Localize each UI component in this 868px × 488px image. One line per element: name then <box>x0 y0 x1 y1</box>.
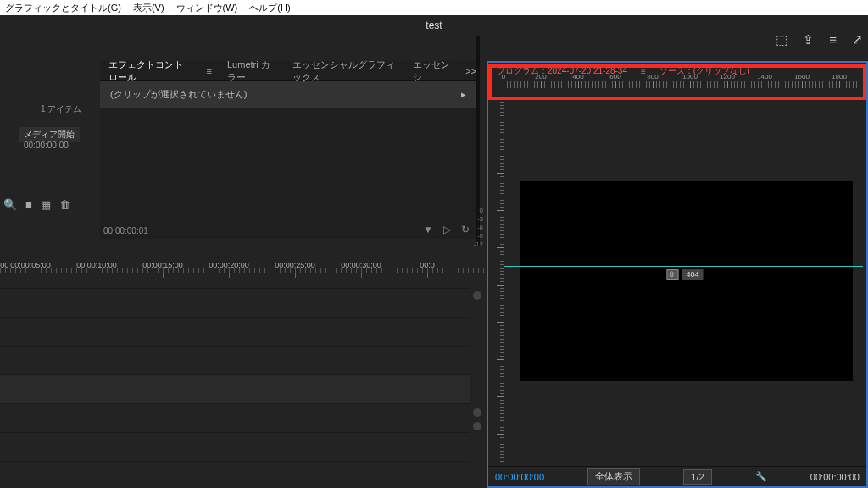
ruler-tick-label: 0 <box>502 73 505 80</box>
title-bar: test ⬚ ⇪ ≡ ⤢ <box>0 15 868 36</box>
tab-source[interactable]: ソース：(クリップなし) <box>659 65 750 77</box>
timeline-tick <box>295 273 296 278</box>
tab-lumetri[interactable]: Lumetri カラー <box>227 58 277 84</box>
ruler-tick <box>497 359 504 360</box>
menu-help[interactable]: ヘルプ(H) <box>249 2 290 14</box>
timeline-tick <box>31 273 31 278</box>
folder-icon[interactable]: ■ <box>25 198 32 211</box>
timeline-tick <box>163 273 164 278</box>
track-row[interactable] <box>0 288 470 317</box>
guide-handle[interactable]: ⇳ 404 <box>666 269 703 280</box>
tab-menu-icon[interactable]: ≡ <box>207 66 212 76</box>
settings-wrench-icon[interactable]: 🔧 <box>755 471 767 482</box>
ruler-tick <box>497 98 504 99</box>
program-canvas[interactable] <box>520 181 853 381</box>
effect-controls-panel: エフェクトコントロール ≡ Lumetri カラー エッセンシャルグラフィックス… <box>100 61 476 239</box>
ruler-minor-ticks <box>500 98 504 463</box>
ruler-tick-label: 1800 <box>832 73 847 80</box>
ruler-tick-label: 400 <box>572 73 583 80</box>
fit-dropdown[interactable]: 全体表示 <box>587 468 640 485</box>
ruler-tick <box>497 173 504 174</box>
play-icon[interactable]: ▷ <box>443 224 451 236</box>
project-footer-tools: 🔍 ■ ▦ 🗑 <box>3 198 70 211</box>
ruler-tick <box>504 81 504 88</box>
track-row[interactable] <box>0 317 470 346</box>
media-start-value: 00:00:00:00 <box>24 141 69 150</box>
ruler-tick <box>497 136 504 136</box>
horizontal-guide[interactable] <box>504 266 863 267</box>
track-row[interactable] <box>0 403 470 432</box>
os-menu-bar: グラフィックとタイトル(G) 表示(V) ウィンドウ(W) ヘルプ(H) <box>0 0 868 15</box>
track-row[interactable] <box>0 432 470 461</box>
ruler-tick <box>839 81 840 88</box>
timeline-tick <box>229 273 230 278</box>
tabs-overflow-icon[interactable]: >> <box>465 66 476 76</box>
ruler-minor-ticks <box>504 81 863 88</box>
project-panel: 1 アイテム メディア開始 00:00:00:00 🔍 ■ ▦ 🗑 <box>0 36 97 239</box>
search-icon[interactable]: 🔍 <box>3 198 17 211</box>
track-row[interactable] <box>0 346 470 374</box>
ruler-tick <box>497 396 504 397</box>
vertical-ruler[interactable] <box>488 98 504 463</box>
menu-graphics[interactable]: グラフィックとタイトル(G) <box>5 2 121 14</box>
menu-view[interactable]: 表示(V) <box>133 2 164 14</box>
guide-position-value: 404 <box>682 269 703 280</box>
ruler-tick <box>727 81 728 88</box>
chevron-right-icon[interactable]: ▸ <box>461 89 466 100</box>
app-window: test ⬚ ⇪ ≡ ⤢ 1 アイテム メディア開始 00:00:00:00 🔍… <box>0 15 868 488</box>
menu-window[interactable]: ウィンドウ(W) <box>176 2 238 14</box>
ruler-tick <box>541 81 542 88</box>
db-scale-label: -9 <box>463 232 483 241</box>
ruler-tick <box>690 81 691 88</box>
tab-program[interactable]: プログラム：2024-07-20 21-28-34 <box>497 65 627 77</box>
no-clip-message: (クリップが選択されていません) <box>110 88 247 101</box>
ruler-tick <box>497 322 504 323</box>
timeline-panel: :00 00:00:05:0000:00:10:0000:00:15:0000:… <box>0 246 485 488</box>
ruler-tick <box>802 81 803 88</box>
item-count-label: 1 アイテム <box>41 103 81 115</box>
trash-icon[interactable]: 🗑 <box>59 198 70 211</box>
scroll-thumb[interactable] <box>473 422 481 430</box>
ruler-tick-label: 800 <box>647 73 658 80</box>
panel-tabs: エフェクトコントロール ≡ Lumetri カラー エッセンシャルグラフィックス… <box>100 61 476 81</box>
timeline-tracks[interactable] <box>0 288 470 488</box>
scroll-thumb[interactable] <box>473 291 481 300</box>
ruler-tick <box>615 81 616 88</box>
program-footer: 00:00:00:00 全体表示 1/2 🔧 00:00:00:00 <box>488 466 866 486</box>
tab-essential-cut[interactable]: エッセンシ <box>413 58 450 84</box>
tab-menu-icon[interactable]: ≡ <box>641 67 646 76</box>
ruler-tick-label: 1000 <box>682 73 698 80</box>
timecode-left[interactable]: 00:00:00:00 <box>495 472 544 482</box>
timeline-tick <box>361 273 362 278</box>
track-row[interactable] <box>0 461 470 488</box>
ruler-tick <box>578 81 579 88</box>
filter-icon[interactable]: ▼ <box>423 224 433 236</box>
ruler-tick-label: 600 <box>609 73 620 80</box>
timeline-tick <box>97 273 97 278</box>
ruler-tick <box>497 434 504 435</box>
db-scale-label: -6 <box>463 224 483 232</box>
ruler-tick <box>497 247 504 248</box>
tab-essential-graphics[interactable]: エッセンシャルグラフィックス <box>292 58 398 84</box>
no-clip-row: (クリップが選択されていません) ▸ <box>100 81 476 108</box>
document-title: test <box>426 19 442 31</box>
thumbnail-icon[interactable]: ▦ <box>41 198 51 211</box>
db-scale-label: 0 <box>463 207 483 215</box>
panel-footer-time: 00:00:00:01 <box>103 226 148 236</box>
resolution-dropdown[interactable]: 1/2 <box>683 469 711 485</box>
ruler-tick <box>653 81 654 88</box>
horizontal-ruler[interactable]: 020040060080010001200140016001800 <box>504 81 863 98</box>
timecode-right: 00:00:00:00 <box>810 472 860 482</box>
db-scale-label: -3 <box>463 215 483 224</box>
ruler-tick <box>497 210 504 211</box>
move-icon[interactable]: ⇳ <box>666 269 678 280</box>
ruler-tick-label: 1600 <box>794 73 810 80</box>
track-row[interactable] <box>0 374 470 403</box>
timeline-ruler[interactable]: :00 00:00:05:0000:00:10:0000:00:15:0000:… <box>0 261 485 285</box>
tab-effect-controls[interactable]: エフェクトコントロール <box>108 58 192 84</box>
timeline-tick <box>427 273 428 278</box>
ruler-tick-label: 200 <box>535 73 546 80</box>
program-monitor: プログラム：2024-07-20 21-28-34 ≡ ソース：(クリップなし)… <box>487 61 868 488</box>
scroll-thumb[interactable] <box>473 408 481 417</box>
ruler-tick <box>765 81 765 88</box>
